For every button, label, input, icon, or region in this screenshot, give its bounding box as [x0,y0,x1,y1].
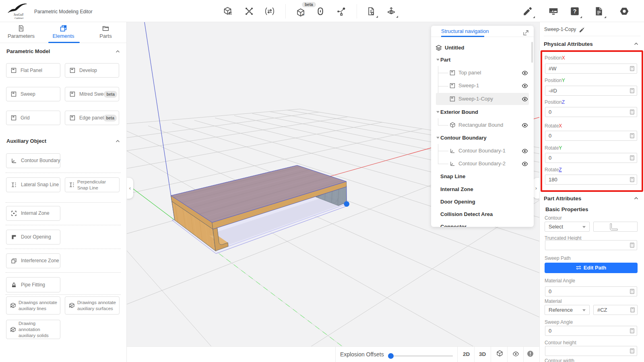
svg-text:?: ? [573,8,577,14]
svg-text:Cabinet: Cabinet [14,16,24,20]
svg-text:SeaGull: SeaGull [14,13,23,16]
svg-text:fx: fx [302,13,305,16]
